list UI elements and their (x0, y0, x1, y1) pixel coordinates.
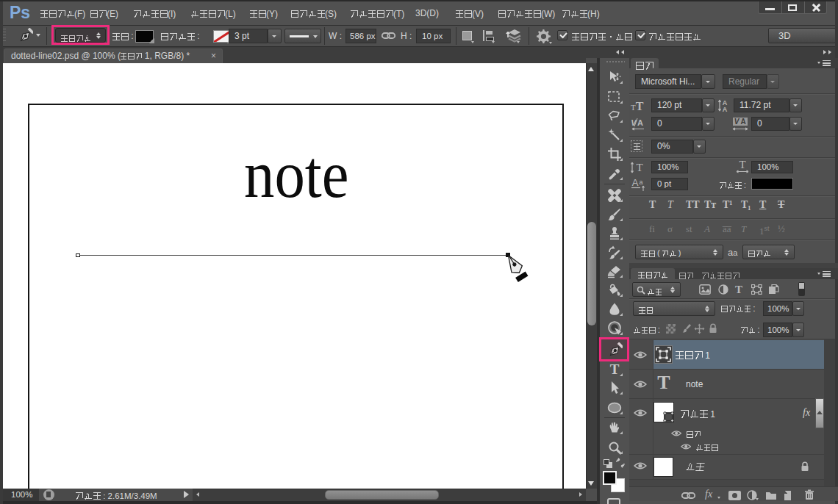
svg-text:A: A (723, 106, 728, 113)
svg-text:A: A (637, 118, 643, 127)
svg-text:T: T (739, 159, 745, 170)
svg-text:T: T (610, 362, 620, 377)
svg-text:a: a (639, 179, 642, 186)
svg-text:A: A (632, 177, 639, 188)
svg-text:A: A (740, 118, 745, 126)
svg-text:T: T (636, 162, 642, 173)
